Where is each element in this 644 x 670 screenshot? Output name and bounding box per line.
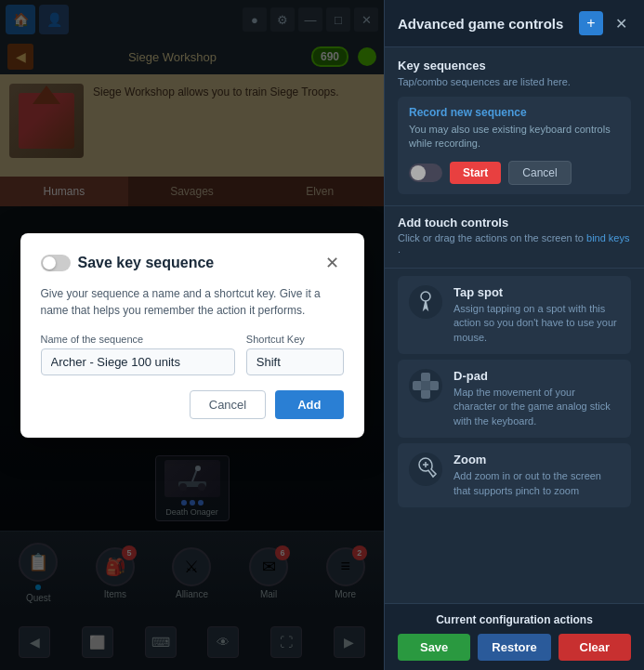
zoom-desc: Add zoom in or out to the screen that su… (453, 469, 620, 498)
tap-spot-info: Tap spot Assign tapping on a spot with t… (453, 285, 620, 345)
modal-header: Save key sequence ✕ (41, 252, 344, 274)
modal-fields: Name of the sequence Shortcut Key (41, 334, 344, 375)
footer-buttons: Save Restore Clear (398, 634, 631, 661)
key-sequences-title: Key sequences (398, 59, 631, 72)
restore-button[interactable]: Restore (478, 634, 550, 661)
key-sequences-subtitle: Tap/combo sequences are listed here. (398, 76, 631, 87)
zoom-info: Zoom Add zoom in or out to the screen th… (453, 453, 620, 498)
footer-title: Current configuration actions (398, 613, 631, 626)
advanced-game-controls-panel: Advanced game controls + ✕ Key sequences… (384, 0, 644, 670)
panel-title: Advanced game controls (398, 16, 563, 32)
sequence-name-input[interactable] (41, 348, 235, 375)
touch-controls-title: Add touch controls (398, 216, 631, 230)
shortcut-label: Shortcut Key (246, 334, 344, 345)
zoom-name: Zoom (453, 453, 620, 466)
panel-footer: Current configuration actions Save Resto… (385, 603, 644, 670)
key-sequences-section: Key sequences Tap/combo sequences are li… (385, 47, 644, 206)
modal-cancel-button[interactable]: Cancel (190, 390, 266, 419)
svg-rect-9 (429, 381, 439, 390)
svg-rect-10 (421, 381, 430, 390)
clear-button[interactable]: Clear (559, 634, 631, 661)
modal-overlay: Save key sequence ✕ Give your sequence a… (0, 0, 384, 670)
modal-add-button[interactable]: Add (275, 390, 343, 419)
modal-toggle[interactable] (41, 255, 71, 271)
tap-spot-icon (409, 285, 442, 319)
panel-close-button[interactable]: ✕ (611, 13, 631, 33)
record-controls: Start Cancel (409, 161, 620, 185)
svg-rect-8 (413, 381, 422, 390)
shortcut-key-input[interactable] (246, 348, 344, 375)
shortcut-field: Shortcut Key (246, 334, 344, 375)
bind-keys-link[interactable]: bind keys (586, 232, 629, 243)
modal-close-button[interactable]: ✕ (322, 252, 344, 274)
save-button[interactable]: Save (398, 634, 470, 661)
panel-add-button[interactable]: + (579, 11, 603, 35)
tap-spot-name: Tap spot (453, 285, 620, 299)
modal-title: Save key sequence (78, 255, 215, 271)
record-row: Record new sequence You may also use exi… (398, 97, 631, 194)
dpad-icon (409, 369, 442, 402)
save-key-sequence-modal: Save key sequence ✕ Give your sequence a… (20, 233, 364, 438)
record-toggle[interactable] (409, 164, 442, 182)
zoom-icon (409, 453, 442, 486)
dpad-control[interactable]: D-pad Map the movement of your character… (398, 360, 631, 438)
cancel-record-button[interactable]: Cancel (508, 161, 571, 185)
start-button[interactable]: Start (450, 162, 501, 184)
game-area: 🏠 👤 ● ⚙ — □ ✕ ◀ Siege Workshop 690 (0, 0, 384, 670)
dpad-info: D-pad Map the movement of your character… (453, 369, 620, 428)
control-items-list: Tap spot Assign tapping on a spot with t… (385, 269, 644, 603)
dpad-desc: Map the movement of your character or th… (453, 386, 620, 428)
svg-point-5 (421, 292, 430, 301)
name-label: Name of the sequence (41, 334, 235, 345)
modal-title-row: Save key sequence (41, 255, 215, 271)
record-new-sequence-link[interactable]: Record new sequence (409, 106, 620, 119)
modal-description: Give your sequence a name and a shortcut… (41, 285, 344, 319)
dpad-name: D-pad (453, 369, 620, 383)
tap-spot-control[interactable]: Tap spot Assign tapping on a spot with t… (398, 276, 631, 354)
touch-controls-section: Add touch controls Click or drag the act… (385, 206, 644, 269)
touch-controls-subtitle: Click or drag the actions on the screen … (398, 232, 631, 255)
record-description: You may also use existing keyboard contr… (409, 123, 620, 151)
tap-spot-desc: Assign tapping on a spot with this actio… (453, 302, 620, 345)
zoom-control[interactable]: Zoom Add zoom in or out to the screen th… (398, 443, 631, 507)
svg-rect-7 (421, 389, 430, 399)
panel-header: Advanced game controls + ✕ (385, 0, 644, 47)
modal-actions: Cancel Add (41, 390, 344, 419)
svg-rect-6 (421, 373, 430, 382)
name-field: Name of the sequence (41, 334, 235, 375)
